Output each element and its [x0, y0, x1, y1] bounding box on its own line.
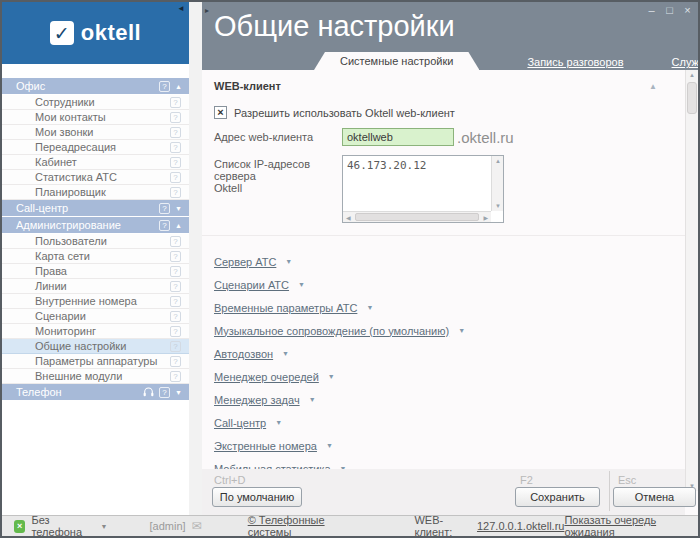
sidebar-section-administration[interactable]: Администрирование ?▲	[2, 217, 189, 233]
sidebar-item-external-modules[interactable]: Внешние модули?	[2, 369, 189, 384]
sidebar-item-lines[interactable]: Линии?	[2, 279, 189, 294]
sidebar-item-forwarding[interactable]: Переадресация?	[2, 140, 189, 155]
scrollbar-thumb[interactable]	[355, 213, 479, 221]
sidebar-collapse-icon[interactable]: ◄	[177, 4, 185, 13]
tab-service-tasks[interactable]: Служебные задачи	[672, 54, 700, 70]
sidebar-item-my-calls[interactable]: Мои звонки?	[2, 125, 189, 140]
sidebar-item-users[interactable]: Пользователи?	[2, 234, 189, 249]
copyright-link[interactable]: © Телефонные системы	[248, 514, 357, 538]
help-icon[interactable]: ?	[170, 236, 181, 247]
sidebar-item-hardware-params[interactable]: Параметры аппаратуры?	[2, 354, 189, 369]
help-icon[interactable]: ?	[170, 142, 181, 153]
chevron-down-icon[interactable]: ▼	[175, 205, 182, 212]
sidebar-item-scenarios[interactable]: Сценарии?	[2, 309, 189, 324]
app-window: ◄ ✓ oktell Офис ?▲ Сотрудники? Мои конта…	[0, 0, 700, 538]
content-scrollbar[interactable]: ▲ ▼	[685, 70, 698, 491]
section-link-music-default[interactable]: Музыкальное сопровождение (по умолчанию)	[214, 325, 449, 337]
phone-status-icon[interactable]: ×	[14, 520, 25, 533]
expand-icon[interactable]: ▼	[298, 281, 305, 288]
chevron-up-icon[interactable]: ▲	[175, 222, 182, 229]
scroll-up-icon[interactable]: ▲	[495, 158, 501, 164]
expand-icon[interactable]: ▼	[309, 396, 316, 403]
sidebar-item-cabinet[interactable]: Кабинет?	[2, 155, 189, 170]
sidebar-item-monitoring[interactable]: Мониторинг?	[2, 324, 189, 339]
section-collapse-icon[interactable]: ▲	[649, 82, 657, 91]
sidebar-item-employees[interactable]: Сотрудники?	[2, 95, 189, 110]
help-icon[interactable]: ?	[170, 341, 181, 352]
sidebar-section-phone[interactable]: Телефон ? ▼	[2, 384, 189, 400]
tab-call-recording[interactable]: Запись разговоров	[527, 54, 623, 70]
help-icon[interactable]: ?	[170, 97, 181, 108]
help-icon[interactable]: ?	[170, 187, 181, 198]
help-icon[interactable]: ?	[170, 127, 181, 138]
sidebar-item-general-settings[interactable]: Общие настройки?	[2, 339, 189, 354]
section-link-pbx-scenarios[interactable]: Сценарии АТС	[214, 279, 289, 291]
sidebar-item-rights[interactable]: Права?	[2, 264, 189, 279]
expand-icon[interactable]: ▼	[326, 442, 333, 449]
oktell-logo-icon: ✓	[50, 21, 74, 45]
expand-icon[interactable]: ▼	[282, 350, 289, 357]
help-icon[interactable]: ?	[159, 220, 170, 231]
scrollbar-thumb[interactable]	[687, 82, 697, 114]
scroll-right-icon[interactable]: ▶	[483, 214, 488, 221]
maximize-button[interactable]: □	[663, 5, 676, 16]
mail-icon[interactable]: ✉	[192, 519, 202, 533]
textarea-horizontal-scrollbar[interactable]: ◀ ▶	[343, 211, 491, 222]
expand-icon[interactable]: ▼	[328, 373, 335, 380]
close-button[interactable]: ×	[681, 5, 694, 16]
allow-webclient-checkbox[interactable]: ×	[214, 106, 227, 119]
help-icon[interactable]: ?	[170, 326, 181, 337]
ip-list-textarea[interactable]: 46.173.20.12	[344, 157, 490, 209]
help-icon[interactable]: ?	[159, 203, 170, 214]
scroll-down-icon[interactable]: ▼	[495, 203, 501, 209]
chevron-up-icon[interactable]: ▲	[175, 83, 182, 90]
scroll-up-icon[interactable]: ▲	[686, 72, 698, 78]
save-button[interactable]: Сохранить	[515, 487, 600, 507]
help-icon[interactable]: ?	[159, 81, 170, 92]
section-link-emergency-numbers[interactable]: Экстренные номера	[214, 440, 317, 452]
scroll-left-icon[interactable]: ◀	[346, 214, 351, 221]
help-icon[interactable]: ?	[170, 251, 181, 262]
sidebar-item-pbx-statistics[interactable]: Статистика АТС?	[2, 170, 189, 185]
sidebar-item-scheduler[interactable]: Планировщик?	[2, 185, 189, 200]
section-link-task-manager[interactable]: Менеджер задач	[214, 394, 300, 406]
textarea-vertical-scrollbar[interactable]: ▲ ▼	[491, 156, 503, 211]
section-link-queue-manager[interactable]: Менеджер очередей	[214, 371, 319, 383]
sidebar-section-callcenter[interactable]: Call-центр ?▼	[2, 200, 189, 216]
section-link-callcenter[interactable]: Call-центр	[214, 417, 266, 429]
window-controls: – □ ×	[645, 5, 694, 16]
expand-icon[interactable]: ▼	[458, 327, 465, 334]
help-icon[interactable]: ?	[170, 311, 181, 322]
sidebar-section-office[interactable]: Офис ?▲	[2, 78, 189, 94]
address-label: Адрес web-клиента	[214, 128, 342, 146]
help-icon[interactable]: ?	[170, 356, 181, 367]
help-icon[interactable]: ?	[159, 387, 170, 398]
phone-status-caret-icon[interactable]: ▼	[101, 523, 108, 530]
sidebar-item-my-contacts[interactable]: Мои контакты?	[2, 110, 189, 125]
cancel-button[interactable]: Отмена	[613, 487, 696, 507]
minimize-button[interactable]: –	[645, 5, 658, 16]
webclient-url-link[interactable]: 127.0.0.1.oktell.ru	[477, 520, 564, 532]
logo-box: ◄ ✓ oktell	[2, 2, 189, 64]
expand-icon[interactable]: ▼	[275, 419, 282, 426]
tab-system-settings[interactable]: Системные настройки	[314, 52, 479, 70]
help-icon[interactable]: ?	[170, 157, 181, 168]
section-link-pbx-time-params[interactable]: Временные параметры АТС	[214, 302, 357, 314]
help-icon[interactable]: ?	[170, 281, 181, 292]
help-icon[interactable]: ?	[170, 371, 181, 382]
help-icon[interactable]: ?	[170, 172, 181, 183]
sidebar-item-network-map[interactable]: Карта сети?	[2, 249, 189, 264]
help-icon[interactable]: ?	[170, 296, 181, 307]
show-waiting-queue-link[interactable]: Показать очередь ожидания	[564, 514, 692, 538]
expand-icon[interactable]: ▼	[366, 304, 373, 311]
default-button[interactable]: По умолчанию	[212, 487, 302, 507]
chevron-down-icon[interactable]: ▼	[175, 389, 182, 396]
help-icon[interactable]: ?	[170, 266, 181, 277]
sidebar-item-internal-numbers[interactable]: Внутренние номера?	[2, 294, 189, 309]
webclient-address-input[interactable]	[342, 128, 454, 146]
help-icon[interactable]: ?	[170, 112, 181, 123]
sidebar-toggle-icon[interactable]: ▸	[205, 6, 209, 15]
expand-icon[interactable]: ▼	[285, 258, 292, 265]
section-link-autodial[interactable]: Автодозвон	[214, 348, 273, 360]
section-link-pbx-server[interactable]: Сервер АТС	[214, 256, 276, 268]
